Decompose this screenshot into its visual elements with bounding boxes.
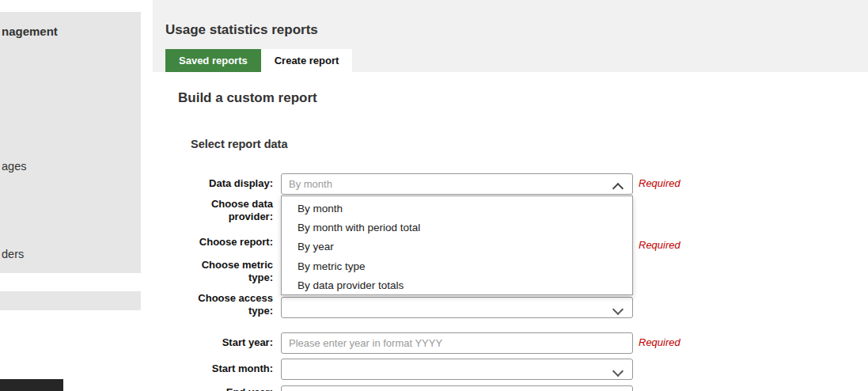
end-year-label: End year: — [178, 386, 273, 391]
required-badge: Required — [639, 239, 680, 251]
data-display-search-input[interactable] — [282, 174, 632, 194]
chevron-down-icon — [612, 304, 624, 315]
bottom-dark-block — [0, 379, 63, 391]
page-title: Usage statistics reports — [165, 22, 318, 38]
page-header: Usage statistics reports Saved reports C… — [153, 0, 868, 72]
required-badge: Required — [639, 177, 680, 189]
section-heading: Build a custom report — [178, 90, 317, 106]
tab-create-report[interactable]: Create report — [261, 49, 353, 72]
dropdown-option-by-month-period-total[interactable]: By month with period total — [282, 218, 632, 237]
start-year-input[interactable] — [282, 333, 632, 353]
access-type-label: Choose access type: — [178, 292, 273, 317]
sidebar: nagement ages ders — [0, 0, 141, 391]
dropdown-option-by-metric-type[interactable]: By metric type — [282, 256, 632, 275]
start-year-field[interactable] — [281, 332, 633, 354]
data-display-combobox[interactable] — [281, 173, 633, 195]
dropdown-option-by-year[interactable]: By year — [282, 237, 632, 256]
chevron-down-icon — [612, 366, 624, 377]
sidebar-item-ders[interactable]: ders — [2, 248, 24, 260]
choose-report-label: Choose report: — [178, 236, 273, 249]
dropdown-option-by-data-provider-totals[interactable]: By data provider totals — [282, 276, 632, 295]
dropdown-option-by-month[interactable]: By month — [282, 199, 632, 218]
tab-saved-reports[interactable]: Saved reports — [165, 49, 261, 72]
tab-bar: Saved reports Create report — [165, 49, 352, 72]
data-provider-label: Choose data provider: — [178, 198, 273, 223]
sidebar-item-management[interactable]: nagement — [2, 25, 58, 38]
end-year-input[interactable] — [282, 386, 632, 391]
start-month-select[interactable] — [281, 359, 633, 380]
data-display-label: Data display: — [178, 177, 273, 190]
metric-type-label: Choose metric type: — [178, 259, 273, 284]
start-month-label: Start month: — [178, 363, 273, 375]
end-year-field[interactable] — [281, 385, 633, 391]
start-year-label: Start year: — [178, 336, 273, 349]
screen: nagement ages ders Usage statistics repo… — [0, 0, 868, 391]
required-badge: Required — [639, 336, 680, 348]
sidebar-secondary-block — [0, 291, 141, 310]
subsection-heading: Select report data — [191, 138, 288, 150]
data-display-dropdown: By month By month with period total By y… — [281, 196, 633, 295]
sidebar-menu-block: nagement ages ders — [0, 12, 141, 273]
sidebar-item-ages[interactable]: ages — [2, 160, 26, 173]
access-type-select[interactable] — [281, 297, 633, 318]
